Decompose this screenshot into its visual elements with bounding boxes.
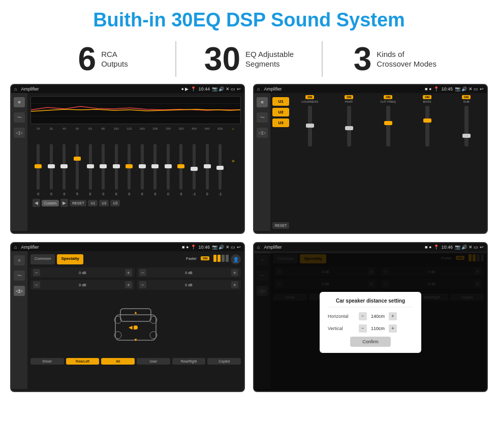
rearleft-btn[interactable]: RearLeft bbox=[66, 358, 100, 365]
cross-phat: ON PHAT bbox=[330, 95, 367, 229]
eq-slider-13[interactable] bbox=[201, 144, 213, 191]
vertical-plus-button[interactable]: + bbox=[389, 324, 397, 333]
svg-text:▲: ▲ bbox=[134, 310, 138, 315]
dialog-title: Car speaker distance setting bbox=[328, 298, 413, 307]
stat-number-rca: 6 bbox=[78, 43, 97, 75]
sidebar3-vol-icon[interactable]: ◁▷ bbox=[14, 286, 25, 296]
sub-slider[interactable] bbox=[464, 106, 469, 146]
freq-more[interactable]: » bbox=[227, 127, 239, 130]
u2-preset-button[interactable]: U2 bbox=[272, 108, 289, 116]
vol-minus-3[interactable]: − bbox=[33, 281, 40, 288]
crossover-content: U1 U2 U3 RESET ON LOUDNESS ON bbox=[270, 93, 487, 231]
freq-630: 630 bbox=[214, 127, 226, 130]
home-icon-3[interactable]: ⌂ bbox=[14, 245, 17, 250]
eq-slider-0[interactable] bbox=[33, 144, 44, 191]
home-icon-4[interactable]: ⌂ bbox=[257, 245, 260, 250]
screen-crossover: ⌂ Amplifier ■ ● 📍 10:45 📷 🔊 ✕ ▭ ↩ ≡ 〜 ◁▷… bbox=[253, 84, 488, 234]
phat-slider[interactable] bbox=[347, 106, 351, 146]
reset-button[interactable]: RESET bbox=[70, 200, 86, 206]
loudness-slider[interactable] bbox=[308, 106, 312, 146]
statusbar-3: ⌂ Amplifier ■ ● 📍 10:46 📷 🔊 ✕ ▭ ↩ bbox=[11, 243, 244, 251]
vol-plus-4[interactable]: + bbox=[231, 281, 238, 288]
vol-minus-2[interactable]: − bbox=[139, 269, 146, 276]
eq-vals-row: 0 0 0 5 0 0 0 0 0 0 0 0 -1 0 -1 bbox=[30, 191, 241, 197]
fader-tabs: Common Specialty Fader ON 👤 bbox=[30, 254, 241, 264]
rearright-btn[interactable]: RearRight bbox=[172, 358, 206, 365]
confirm-button[interactable]: Confirm bbox=[350, 337, 391, 347]
eq-slider-10[interactable] bbox=[163, 144, 174, 191]
u3-preset-button[interactable]: U3 bbox=[272, 118, 289, 127]
u3-button[interactable]: U3 bbox=[110, 200, 120, 206]
user-btn[interactable]: User bbox=[137, 358, 170, 365]
eq-slider-14[interactable] bbox=[214, 144, 226, 191]
phat-label: PHAT bbox=[345, 100, 353, 103]
tab-specialty[interactable]: Specialty bbox=[57, 254, 83, 264]
driver-btn[interactable]: Driver bbox=[30, 358, 64, 365]
sidebar3-eq-icon[interactable]: ≡ bbox=[14, 255, 25, 265]
sidebar-vol-icon[interactable]: ◁▷ bbox=[14, 128, 25, 138]
sidebar2-eq-icon[interactable]: ≡ bbox=[257, 97, 268, 107]
sub-on-badge[interactable]: ON bbox=[462, 95, 471, 99]
prev-preset-button[interactable]: ◀ bbox=[33, 199, 40, 207]
next-preset-button[interactable]: ▶ bbox=[60, 199, 68, 207]
crossover-reset-button[interactable]: RESET bbox=[272, 222, 289, 229]
vol-controls: − 0 dB + − 0 dB + − 0 dB + bbox=[30, 267, 241, 290]
fader-track bbox=[213, 255, 229, 262]
cutfreq-slider[interactable] bbox=[386, 106, 390, 146]
eq-slider-5[interactable] bbox=[98, 144, 109, 191]
time-3: 10:46 bbox=[198, 245, 210, 250]
all-btn[interactable]: All bbox=[101, 358, 135, 365]
horizontal-row: Horizontal − 140cm + bbox=[328, 312, 413, 320]
bass-on-badge[interactable]: ON bbox=[423, 95, 431, 99]
phat-on-badge[interactable]: ON bbox=[345, 95, 353, 99]
tab-common[interactable]: Common bbox=[30, 254, 55, 264]
fader-bar-4 bbox=[226, 255, 229, 262]
u1-button[interactable]: U1 bbox=[88, 200, 98, 206]
vertical-minus-button[interactable]: − bbox=[359, 324, 367, 333]
eq-slider-2[interactable] bbox=[58, 144, 70, 191]
vertical-control: − 110cm + bbox=[359, 324, 397, 333]
cutfreq-on-badge[interactable]: ON bbox=[384, 95, 392, 99]
vol-row-4: − 0 dB + bbox=[137, 280, 241, 290]
home-icon[interactable]: ⌂ bbox=[14, 86, 17, 92]
screen-fader-dialog: ⌂ Amplifier ■ ● 📍 10:46 📷 🔊 ✕ ▭ ↩ ≡ 〜 ◁▷… bbox=[253, 242, 488, 392]
eq-slider-4[interactable] bbox=[84, 144, 96, 191]
sidebar2-wave-icon[interactable]: 〜 bbox=[257, 112, 268, 123]
eq-slider-6[interactable] bbox=[110, 144, 122, 191]
sidebar3-wave-icon[interactable]: 〜 bbox=[14, 271, 25, 281]
horizontal-plus-button[interactable]: + bbox=[389, 312, 397, 320]
preset-custom[interactable]: Custom bbox=[42, 200, 59, 206]
eq-slider-expand[interactable]: » bbox=[227, 158, 239, 164]
eq-slider-9[interactable] bbox=[149, 144, 161, 191]
fader-on-toggle[interactable]: ON bbox=[201, 256, 209, 260]
u2-button[interactable]: U2 bbox=[99, 200, 109, 206]
eq-slider-1[interactable] bbox=[46, 144, 57, 191]
eq-slider-7[interactable] bbox=[123, 144, 135, 191]
copilot-btn[interactable]: Copilot bbox=[207, 358, 241, 365]
vol-plus-2[interactable]: + bbox=[231, 269, 238, 276]
u1-preset-button[interactable]: U1 bbox=[272, 97, 289, 106]
stat-number-eq: 30 bbox=[204, 43, 240, 75]
eq-slider-12[interactable] bbox=[189, 144, 200, 191]
sidebar2-vol-icon[interactable]: ◁▷ bbox=[257, 128, 268, 138]
eq-slider-8[interactable] bbox=[137, 144, 148, 191]
fader-bar-2 bbox=[217, 255, 221, 262]
sidebar-wave-icon[interactable]: 〜 bbox=[14, 112, 25, 123]
eq-slider-11[interactable] bbox=[175, 144, 187, 191]
eq-slider-3[interactable] bbox=[72, 144, 83, 191]
car-diagram: ◀ ▶ ▲ ▼ bbox=[30, 292, 241, 358]
loudness-on-badge[interactable]: ON bbox=[305, 95, 314, 99]
bass-slider[interactable] bbox=[425, 106, 429, 146]
freq-160: 160 bbox=[137, 127, 148, 130]
vol-minus-1[interactable]: − bbox=[33, 269, 40, 276]
horizontal-minus-button[interactable]: − bbox=[359, 312, 367, 320]
dialog-overlay: Car speaker distance setting Horizontal … bbox=[254, 253, 487, 391]
vertical-label: Vertical bbox=[328, 326, 356, 331]
freq-200: 200 bbox=[149, 127, 161, 130]
vol-plus-3[interactable]: + bbox=[125, 281, 132, 288]
sidebar-eq-icon[interactable]: ≡ bbox=[14, 97, 25, 107]
home-icon-2[interactable]: ⌂ bbox=[257, 86, 260, 92]
location-icon-2: 📍 bbox=[433, 86, 439, 92]
vol-minus-4[interactable]: − bbox=[139, 281, 146, 288]
vol-plus-1[interactable]: + bbox=[125, 269, 132, 276]
